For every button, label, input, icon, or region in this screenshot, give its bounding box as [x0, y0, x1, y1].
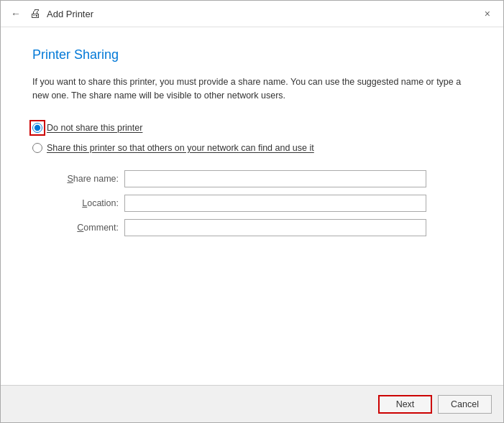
radio-share-option[interactable]: Share this printer so that others on you…: [32, 143, 472, 153]
main-window: ← 🖨 Add Printer × Printer Sharing If you…: [0, 0, 504, 423]
comment-label: Comment:: [47, 223, 119, 233]
description-text: If you want to share this printer, you m…: [32, 75, 464, 103]
radio-share-input[interactable]: [32, 143, 42, 153]
content-area: Printer Sharing If you want to share thi…: [1, 27, 503, 385]
location-row: Location:: [47, 195, 472, 212]
comment-input[interactable]: [124, 219, 426, 236]
title-bar: ← 🖨 Add Printer ×: [1, 1, 503, 27]
radio-no-share-input[interactable]: [32, 123, 42, 133]
radio-group: Do not share this printer Share this pri…: [32, 123, 472, 153]
radio-no-share-label: Do not share this printer: [47, 123, 142, 133]
location-input[interactable]: [124, 195, 426, 212]
share-name-underline: S: [67, 174, 73, 184]
share-name-row: Share name:: [47, 170, 472, 187]
section-title: Printer Sharing: [32, 47, 472, 62]
radio-no-share-option[interactable]: Do not share this printer: [32, 123, 472, 133]
radio-no-share-box: [32, 123, 42, 133]
window-title: Add Printer: [47, 9, 93, 19]
radio-share-label: Share this printer so that others on you…: [47, 143, 314, 153]
back-button[interactable]: ←: [8, 6, 24, 21]
printer-icon: 🖨: [29, 7, 41, 20]
footer: Next Cancel: [1, 385, 503, 422]
share-fields: Share name: Location: Comment:: [47, 170, 472, 236]
title-bar-left: ← 🖨 Add Printer: [8, 6, 93, 21]
comment-row: Comment:: [47, 219, 472, 236]
close-button[interactable]: ×: [480, 6, 495, 21]
location-label: Location:: [47, 198, 119, 208]
comment-underline: C: [77, 223, 83, 233]
cancel-button[interactable]: Cancel: [438, 395, 492, 414]
share-name-label: Share name:: [47, 174, 119, 184]
share-name-input[interactable]: [124, 170, 426, 187]
location-underline: L: [82, 198, 87, 208]
next-button[interactable]: Next: [378, 395, 432, 414]
